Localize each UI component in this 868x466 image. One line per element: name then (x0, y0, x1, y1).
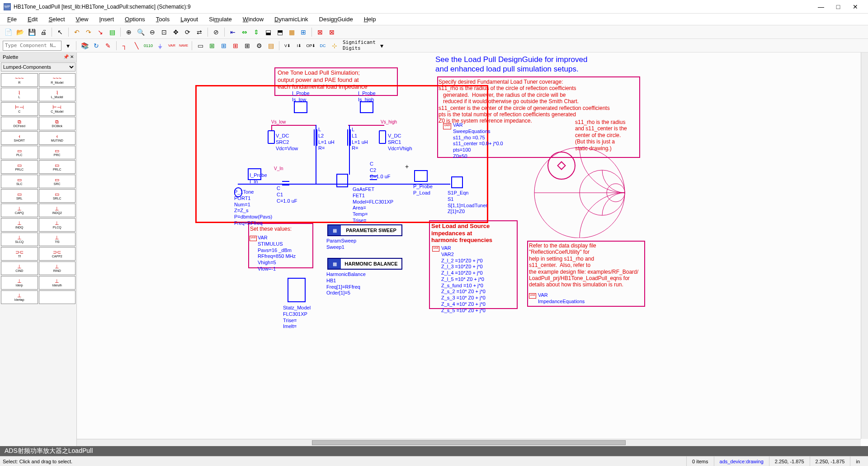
minimize-button[interactable]: — (816, 3, 826, 10)
sim5-icon[interactable]: ⊞ (242, 40, 253, 51)
vertical-scrollbar[interactable] (861, 52, 868, 439)
palette-item-idertap[interactable]: ⊥Idertap (1, 290, 38, 304)
menu-select[interactable]: Select (44, 15, 69, 24)
var-icon[interactable]: VAR (166, 40, 177, 51)
menu-file[interactable]: File (3, 15, 21, 24)
palette-item-srlc[interactable]: ▭SRLC (39, 189, 76, 203)
c1-symbol[interactable] (282, 181, 289, 185)
step-back-icon[interactable]: ⇤ (227, 27, 238, 38)
palette-item-capp2[interactable]: ⊃⊂CAPP2 (39, 247, 76, 261)
palette-item-capq[interactable]: ⊥CAPQ (1, 204, 38, 217)
dropdown-icon[interactable]: ▾ (62, 40, 73, 51)
palette-item-src[interactable]: ▭SRC (39, 175, 76, 188)
wire2-icon[interactable]: ╲ (131, 40, 142, 51)
palette-item-short[interactable]: ⫞SHORT (1, 131, 38, 145)
redo-icon[interactable]: ↷ (83, 27, 94, 38)
menu-simulate[interactable]: Simulate (204, 15, 236, 24)
status-layer[interactable]: ads_device:drawing (714, 456, 769, 466)
statz-symbol[interactable] (288, 278, 306, 302)
palette-item-mutind[interactable]: ⫞MUTIND (39, 131, 76, 145)
menu-dynamiclink[interactable]: DynamicLink (270, 15, 312, 24)
close-button[interactable]: ✕ (851, 3, 860, 10)
contract-h-icon[interactable]: ⇕ (251, 27, 262, 38)
maximize-button[interactable]: □ (834, 3, 843, 10)
s1p-symbol[interactable] (451, 176, 463, 188)
palette-item-tf3[interactable]: ⊥Tf3 (39, 233, 76, 246)
library-icon[interactable]: 📚 (79, 40, 90, 51)
palette-item-plcq[interactable]: ⊥PLCQ (39, 218, 76, 232)
end-icon[interactable]: ↘ (95, 27, 106, 38)
zoom-in-icon[interactable]: 🔍 (135, 27, 146, 38)
component-name-input[interactable] (3, 41, 61, 51)
print-icon[interactable]: 🖨 (38, 27, 49, 38)
save-icon[interactable]: 💾 (26, 27, 37, 38)
sim1-icon[interactable]: ▭ (195, 40, 206, 51)
dc-icon[interactable]: DC (317, 40, 328, 51)
undo-icon[interactable]: ↶ (71, 27, 82, 38)
iprobe-high-symbol[interactable] (360, 101, 373, 113)
palette-item-cind[interactable]: ⊥CIND (1, 262, 38, 275)
binary-icon[interactable]: 0110 (143, 40, 154, 51)
palette-item-indq2[interactable]: ⊥INDQ2 (39, 204, 76, 217)
menu-help[interactable]: Help (359, 15, 381, 24)
open-icon[interactable]: 📂 (14, 27, 25, 38)
digits-dropdown-icon[interactable]: ▾ (377, 40, 387, 51)
schematic-canvas[interactable]: One Tone Load Pull Simulation; output po… (77, 52, 868, 446)
horizontal-scrollbar[interactable] (77, 439, 861, 446)
history-icon[interactable]: ↻ (91, 40, 102, 51)
bias-icon[interactable]: ⊹ (329, 40, 340, 51)
pop-icon[interactable]: ⬒ (274, 27, 285, 38)
palette-item-l[interactable]: ⌇L (1, 88, 38, 101)
layout-icon[interactable]: ▦ (286, 27, 297, 38)
sim4-icon[interactable]: ⊞ (230, 40, 241, 51)
v-probe-icon[interactable]: V⬇ (282, 40, 293, 51)
palette-category-select[interactable]: Lumped-Components (1, 62, 75, 71)
harmonic-balance-block[interactable]: ▦ HARMONIC BALANCE (327, 258, 402, 270)
palette-item-tf[interactable]: ⊃⊂Tf (1, 247, 38, 261)
name-icon[interactable]: NAME (178, 40, 189, 51)
palette-item-slc[interactable]: ▭SLC (1, 175, 38, 188)
palette-item-iderulh[interactable]: ⊥Iderulh (39, 276, 76, 290)
tune-icon[interactable]: ⚙ (254, 40, 264, 51)
palette-item-prc[interactable]: ▭PRC (39, 146, 76, 159)
zoom-sel-icon[interactable]: ⊡ (159, 27, 170, 38)
menu-window[interactable]: Window (238, 15, 268, 24)
sim2-icon[interactable]: ⊞ (207, 40, 217, 51)
parameter-sweep-block[interactable]: ▦ PARAMETER SWEEP (327, 224, 402, 236)
menu-view[interactable]: View (71, 15, 93, 24)
palette-item-prlc[interactable]: ▭PRLC (1, 160, 38, 174)
zoom-out-icon[interactable]: ⊖ (147, 27, 158, 38)
palette-item-prlc[interactable]: ▭PRLC (39, 160, 76, 174)
pointer-icon[interactable]: ↖ (55, 27, 66, 38)
wire-icon[interactable]: ┐ (119, 40, 130, 51)
expand-h-icon[interactable]: ⇔ (239, 27, 250, 38)
mirror-icon[interactable]: ⇄ (194, 27, 205, 38)
palette-pin-icon[interactable]: 📌 ✕ (63, 54, 74, 59)
menu-options[interactable]: Options (120, 15, 150, 24)
vdc-src1-symbol[interactable] (379, 130, 386, 144)
menu-edit[interactable]: Edit (23, 15, 42, 24)
pan-icon[interactable]: ✥ (170, 27, 181, 38)
results-icon[interactable]: ▤ (265, 40, 276, 51)
op-icon[interactable]: OP⬇ (306, 40, 316, 51)
palette-item-indq[interactable]: ⊥INDQ (1, 218, 38, 232)
palette-item-c[interactable]: ⊢⊣C (1, 102, 38, 116)
pprobe-symbol[interactable] (414, 170, 428, 182)
palette-item-rind[interactable]: ⊥RIND (39, 262, 76, 275)
i-probe-icon[interactable]: I⬇ (294, 40, 305, 51)
rotate-icon[interactable]: ⟳ (182, 27, 193, 38)
palette-item-slcq[interactable]: ⊥SLCQ (1, 233, 38, 246)
push-icon[interactable]: ⬓ (263, 27, 274, 38)
palette-item-l_model[interactable]: ⌇L_Model (39, 88, 76, 101)
palette-item-srl[interactable]: ▭SRL (1, 189, 38, 203)
palette-item-r[interactable]: ~~~R (1, 73, 38, 87)
palette-item-[interactable] (39, 290, 76, 304)
zoom-all-icon[interactable]: ⊕ (123, 27, 134, 38)
short1-icon[interactable]: ⊠ (315, 27, 326, 38)
stack-icon[interactable]: ▤ (107, 27, 118, 38)
ground-icon[interactable]: ⏚ (155, 40, 165, 51)
palette-item-plc[interactable]: ▭PLC (1, 146, 38, 159)
menu-insert[interactable]: Insert (94, 15, 118, 24)
edit-comp-icon[interactable]: ✎ (103, 40, 113, 51)
palette-item-c_model[interactable]: ⊢⊣C_Model (39, 102, 76, 116)
